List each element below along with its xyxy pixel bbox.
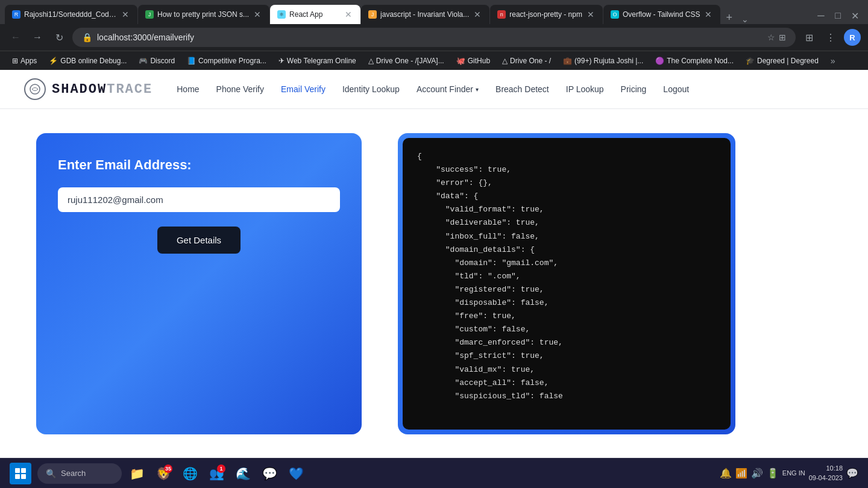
taskbar-chrome[interactable]: 🌐 [178,462,201,485]
nav-pricing[interactable]: Pricing [621,84,647,94]
email-input-wrap [58,187,340,212]
extensions-button[interactable]: ⊞ [800,29,817,46]
tab-close-2[interactable]: ✕ [253,8,262,20]
taskbar-vscode[interactable]: 💙 [285,462,307,485]
notification-icon[interactable]: 🔔 [720,468,732,479]
taskbar: 🔍 Search 📁 🦁 35 🌐 👥 1 🌊 💬 💙 🔔 📶 🔊 🔋 ENG … [0,458,868,488]
bookmark-node-label: The Complete Nod... [667,57,734,65]
taskbar-search-bar[interactable]: 🔍 Search [37,463,122,484]
extensions-icon[interactable]: ⊞ [779,33,786,42]
profile-button[interactable]: R [844,29,861,46]
bookmark-drive1[interactable]: △ Drive One - /[JAVA]... [363,55,449,66]
cp-icon: 📘 [187,57,196,65]
taskbar-whatsapp[interactable]: 💬 [258,462,281,485]
tab-close-4[interactable]: ✕ [473,8,482,20]
tab-close-1[interactable]: ✕ [121,8,130,20]
nav-phone-verify[interactable]: Phone Verify [216,84,264,94]
tab-2[interactable]: J How to pretty print JSON s... ✕ [138,5,269,24]
tab-label-6: Overflow - Tailwind CSS [623,10,700,19]
discord-icon: 🎮 [139,57,148,65]
bookmark-github[interactable]: 🐙 GitHub [451,55,495,66]
more-button[interactable]: ⋮ [822,29,839,46]
tab-bar: R Rajoshi11/Sortedddd_Code... ✕ J How to… [0,0,868,24]
clock: 10:18 [826,464,843,473]
tab-4[interactable]: J javascript - Invariant Viola... ✕ [361,5,489,24]
bookmark-competitive[interactable]: 📘 Competitive Progra... [182,55,271,66]
bookmark-drive2[interactable]: △ Drive One - / [497,55,556,66]
tab-1[interactable]: R Rajoshi11/Sortedddd_Code... ✕ [5,5,137,24]
drive2-icon: △ [502,57,508,65]
tab-favicon-2: J [145,10,154,19]
address-bar[interactable]: 🔒 localhost:3000/emailverify ☆ ⊞ [72,28,796,47]
taskbar-file-explorer[interactable]: 📁 [125,462,148,485]
email-input[interactable] [68,195,330,205]
tab-overflow-button[interactable]: ⌄ [738,14,752,24]
window-controls: ─ □ ✕ [813,7,863,24]
close-window-button[interactable]: ✕ [846,7,863,24]
tab-close-6[interactable]: ✕ [703,8,713,20]
json-output-content[interactable]: { "success": true, "error": {}, "data": … [403,138,731,430]
get-details-button[interactable]: Get Details [157,227,241,254]
logo-text-trace: TRACE [107,82,153,97]
bookmark-degreed[interactable]: 🎓 Degreed | Degreed [741,55,823,66]
tab-3[interactable]: ⚛ React App ✕ [270,5,360,24]
bookmark-gdb[interactable]: ⚡ GDB online Debug... [44,55,131,66]
maximize-button[interactable]: □ [829,7,846,24]
nav-identity-lookup[interactable]: Identity Lookup [342,84,400,94]
bookmark-apps[interactable]: ⊞ Apps [7,55,42,66]
battery-icon[interactable]: 🔋 [767,468,779,479]
email-form-title: Enter Email Address: [58,157,340,173]
nav-ip-lookup[interactable]: IP Lookup [566,84,604,94]
drive-icon: △ [368,57,374,65]
nav-email-verify[interactable]: Email Verify [281,84,326,94]
minimize-button[interactable]: ─ [813,7,829,24]
taskbar-search-icon: 🔍 [46,469,56,478]
back-button[interactable]: ← [7,29,24,46]
tab-close-3[interactable]: ✕ [344,8,353,20]
nav-breach-detect[interactable]: Breach Detect [495,84,549,94]
forward-button[interactable]: → [29,29,46,46]
bookmark-github-label: GitHub [468,57,490,65]
logo: SHADOWTRACE [24,78,153,100]
bookmark-node[interactable]: 🟣 The Complete Nod... [650,55,738,66]
tab-close-5[interactable]: ✕ [586,8,596,20]
gdb-icon: ⚡ [49,57,58,65]
tab-label-5: react-json-pretty - npm [509,10,582,19]
nav-account-finder[interactable]: Account Finder ▾ [417,84,479,94]
tab-favicon-4: J [368,10,377,19]
bookmarks-overflow[interactable]: » [827,56,839,66]
taskbar-brave-browser[interactable]: 🦁 35 [152,462,175,485]
date: 09-04-2023 [809,474,843,483]
volume-icon[interactable]: 🔊 [751,468,763,479]
language-indicator: ENG IN [782,469,805,477]
tab-favicon-5: n [497,10,506,19]
nav-logout[interactable]: Logout [663,84,689,94]
github-icon: 🐙 [456,57,465,65]
notification-center-icon[interactable]: 💬 [846,468,858,479]
json-output-card: { "success": true, "error": {}, "data": … [398,133,735,434]
taskbar-edge[interactable]: 🌊 [231,462,254,485]
address-bar-row: ← → ↻ 🔒 localhost:3000/emailverify ☆ ⊞ ⊞… [0,24,868,51]
nav-links: Home Phone Verify Email Verify Identity … [177,84,844,94]
start-button[interactable] [10,463,31,484]
star-icon[interactable]: ☆ [767,33,775,42]
tab-6[interactable]: O Overflow - Tailwind CSS ✕ [603,5,720,24]
chrome-icon: 🌐 [183,466,198,481]
bookmark-telegram[interactable]: ✈ Web Telegram Online [274,55,361,66]
reload-button[interactable]: ↻ [51,29,68,46]
edge-icon: 🌊 [236,466,251,481]
bookmark-linkedin[interactable]: 💼 (99+) Rujuta Joshi |... [558,55,648,66]
bookmarks-bar: ⊞ Apps ⚡ GDB online Debug... 🎮 Discord 📘… [0,51,868,70]
bookmark-discord[interactable]: 🎮 Discord [134,55,180,66]
lock-icon: 🔒 [82,33,92,42]
nav-home[interactable]: Home [177,84,199,94]
account-finder-dropdown-arrow: ▾ [476,86,479,93]
bookmark-discord-label: Discord [150,57,175,65]
logo-text: SHADOWTRACE [52,82,153,97]
new-tab-button[interactable]: + [721,11,737,24]
bookmark-cp-label: Competitive Progra... [198,57,266,65]
taskbar-teams[interactable]: 👥 1 [205,462,228,485]
whatsapp-icon: 💬 [262,466,277,481]
tab-5[interactable]: n react-json-pretty - npm ✕ [490,5,603,24]
wifi-icon[interactable]: 📶 [735,468,747,479]
